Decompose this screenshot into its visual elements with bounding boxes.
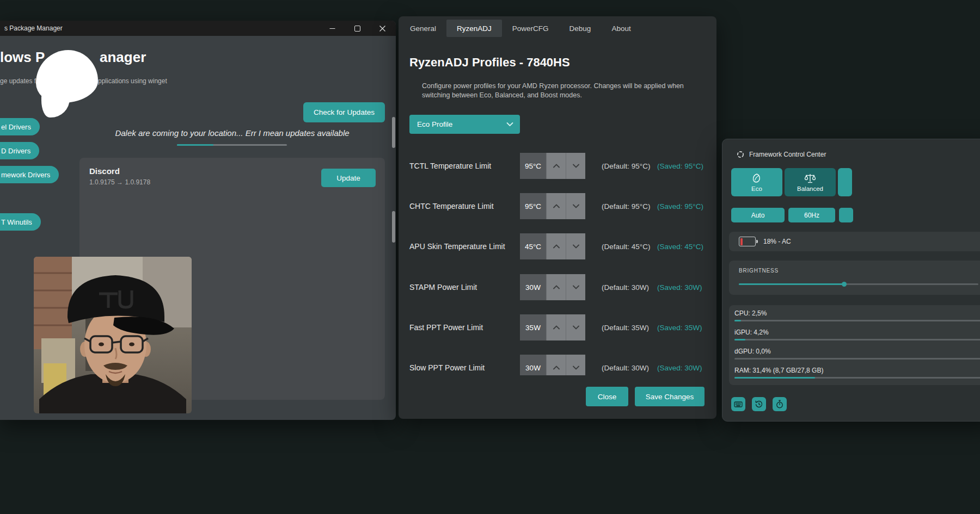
titlebar[interactable]: s Package Manager xyxy=(0,21,396,36)
tab-general[interactable]: General xyxy=(400,20,446,37)
chevron-up-icon xyxy=(553,325,560,330)
setting-saved: (Saved: 95°C) xyxy=(657,153,703,179)
spinner-up-button[interactable] xyxy=(546,355,566,375)
mode-button-60hz[interactable]: 60Hz xyxy=(788,208,835,222)
value-spinner: 95°C xyxy=(520,153,601,179)
profile-button-eco[interactable]: Eco xyxy=(731,168,782,196)
driver-button-intel[interactable]: el Drivers xyxy=(0,118,40,135)
brightness-label: BRIGHTNESS xyxy=(739,268,779,274)
stat-label: RAM: 31,4% (8,7 GB/27,8 GB) xyxy=(734,367,980,374)
description-line: switching between Eco, Balanced, and Boo… xyxy=(422,91,684,100)
driver-button-winutils[interactable]: T Winutils xyxy=(0,213,41,231)
setting-row-chtc: CHTC Temperature Limit 95°C (Default: 95… xyxy=(399,193,716,219)
power-profile-row: Eco Balanced xyxy=(731,168,852,196)
driver-button-framework[interactable]: mework Drivers xyxy=(0,166,59,183)
stat-bar xyxy=(734,320,980,321)
scrollbar-thumb[interactable] xyxy=(392,117,395,148)
stat-fill xyxy=(734,339,745,340)
value-spinner: 30W xyxy=(520,274,601,300)
save-changes-button[interactable]: Save Changes xyxy=(635,387,705,406)
webcam-overlay xyxy=(34,257,192,413)
setting-default: (Default: 95°C) xyxy=(602,193,650,219)
setting-row-stapm: STAPM Power Limit 30W (Default: 30W) (Sa… xyxy=(399,274,716,300)
history-button[interactable] xyxy=(752,397,766,411)
setting-row-slow-ppt: Slow PPT Power Limit 30W (Default: 30W) … xyxy=(399,355,716,375)
profile-button-clipped[interactable] xyxy=(838,168,852,196)
setting-saved: (Saved: 30W) xyxy=(657,355,702,375)
tab-about[interactable]: About xyxy=(601,20,641,37)
system-stats: CPU: 2,5% iGPU: 4,2% dGPU: 0,0% RAM: 31,… xyxy=(729,305,980,385)
spinner-value: 45°C xyxy=(520,233,546,259)
brightness-slider[interactable] xyxy=(739,283,978,285)
minimize-button[interactable] xyxy=(320,21,345,36)
setting-label: TCTL Temperature Limit xyxy=(409,153,491,179)
app-name: Discord xyxy=(89,166,120,176)
close-dialog-button[interactable]: Close xyxy=(586,387,628,406)
battery-text: 18% - AC xyxy=(763,238,791,245)
spinner-down-button[interactable] xyxy=(566,355,585,375)
close-button[interactable] xyxy=(370,21,395,36)
chevron-down-icon xyxy=(573,244,579,249)
setting-label: Fast PPT Power Limit xyxy=(409,314,483,340)
driver-button-label: el Drivers xyxy=(1,123,31,131)
spinner-down-button[interactable] xyxy=(566,233,585,259)
keyboard-button[interactable] xyxy=(731,397,745,411)
tab-powercfg[interactable]: PowerCFG xyxy=(502,20,559,37)
tab-bar: General RyzenADJ PowerCFG Debug About xyxy=(400,20,641,37)
maximize-button[interactable] xyxy=(345,21,370,36)
spinner-value: 30W xyxy=(520,355,546,375)
update-button[interactable]: Update xyxy=(321,169,376,187)
stat-bar xyxy=(734,358,980,360)
chevron-down-icon xyxy=(573,164,579,168)
setting-row-tctl: TCTL Temperature Limit 95°C (Default: 95… xyxy=(399,153,716,179)
stat-dgpu: dGPU: 0,0% xyxy=(734,348,980,360)
spinner-up-button[interactable] xyxy=(546,153,566,179)
tab-ryzenadj[interactable]: RyzenADJ xyxy=(446,20,502,37)
stat-ram: RAM: 31,4% (8,7 GB/27,8 GB) xyxy=(734,367,980,379)
update-status-message: Dalek are coming to your location... Err… xyxy=(79,128,385,138)
setting-label: APU Skin Temperature Limit xyxy=(409,233,505,259)
app-version-change: 1.0.9175 → 1.0.9178 xyxy=(89,178,150,186)
setting-row-fast-ppt: Fast PPT Power Limit 35W (Default: 35W) … xyxy=(399,314,716,340)
battery-fill xyxy=(740,238,743,245)
spinner-down-button[interactable] xyxy=(566,193,585,219)
spinner-up-button[interactable] xyxy=(546,233,566,259)
setting-default: (Default: 30W) xyxy=(602,355,649,375)
profile-button-label: Balanced xyxy=(797,185,823,192)
stopwatch-button[interactable] xyxy=(773,397,787,411)
spinner-down-button[interactable] xyxy=(566,153,585,179)
chevron-down-icon xyxy=(573,366,579,370)
spinner-value: 95°C xyxy=(520,153,546,179)
setting-saved: (Saved: 30W) xyxy=(657,274,702,300)
mode-button-auto[interactable]: Auto xyxy=(731,208,785,222)
webcam-photo xyxy=(34,257,192,413)
spinner-down-button[interactable] xyxy=(566,314,585,340)
driver-button-amd[interactable]: D Drivers xyxy=(0,142,39,159)
profile-button-balanced[interactable]: Balanced xyxy=(785,168,836,196)
chevron-down-icon xyxy=(573,325,579,330)
mode-button-clipped[interactable] xyxy=(839,208,853,222)
setting-label: CHTC Temperature Limit xyxy=(409,193,494,219)
censor-blob xyxy=(41,85,70,117)
panel-header: Framework Control Center xyxy=(736,150,826,159)
update-progress-bar xyxy=(177,144,287,146)
scrollbar-thumb[interactable] xyxy=(392,211,395,243)
spinner-up-button[interactable] xyxy=(546,274,566,300)
refresh-mode-row: Auto 60Hz xyxy=(731,208,853,222)
brightness-slider-fill xyxy=(739,283,844,285)
check-for-updates-button[interactable]: Check for Updates xyxy=(303,102,385,122)
spinner-up-button[interactable] xyxy=(546,314,566,340)
tab-debug[interactable]: Debug xyxy=(559,20,602,37)
stat-label: dGPU: 0,0% xyxy=(734,348,980,355)
battery-icon xyxy=(739,237,758,246)
leaf-icon xyxy=(751,173,762,184)
section-description: Configure power profiles for your AMD Ry… xyxy=(422,82,684,100)
spinner-down-button[interactable] xyxy=(566,274,585,300)
panel-title: Framework Control Center xyxy=(749,151,826,158)
page-title: lows P xyxy=(0,49,45,66)
close-icon xyxy=(379,26,385,32)
spinner-up-button[interactable] xyxy=(546,193,566,219)
setting-saved: (Saved: 95°C) xyxy=(657,193,703,219)
profile-dropdown[interactable]: Eco Profile xyxy=(409,115,520,134)
chevron-up-icon xyxy=(553,285,560,289)
